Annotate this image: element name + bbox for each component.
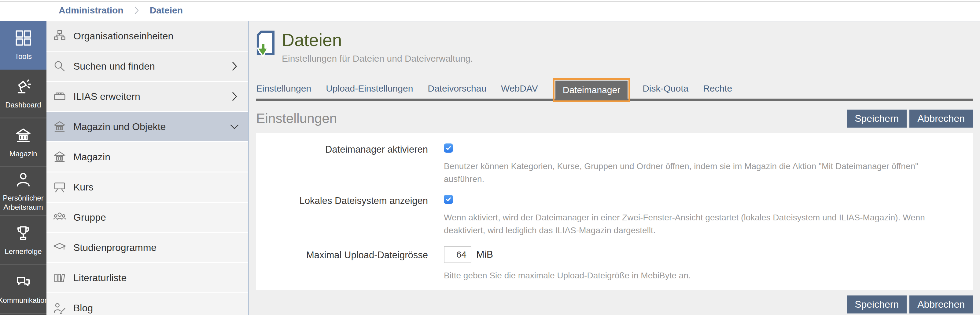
- sidebar-item-literaturliste[interactable]: Literaturliste: [46, 263, 248, 293]
- chevron-down-icon: [229, 122, 240, 132]
- field-label: Dateimanager aktivieren: [256, 144, 428, 185]
- dashboard-lamp-icon: [14, 78, 32, 95]
- tab-einstellungen[interactable]: Einstellungen: [256, 83, 311, 98]
- presentation-board-icon: [52, 180, 67, 194]
- sidebar-item-label: Suchen und finden: [73, 61, 155, 72]
- field-label: Lokales Dateisystem anzeigen: [256, 195, 428, 237]
- trophy-icon: [14, 224, 32, 242]
- group-icon: [52, 210, 67, 224]
- field-label: Maximal Upload-Dateigrösse: [256, 246, 428, 282]
- section-header-row: Einstellungen Speichern Abbrechen: [256, 109, 973, 128]
- form-row-max-upload-groesse: Maximal Upload-Dateigrösse MiB Bitte geb…: [256, 246, 973, 282]
- sidebar-item-gruppe[interactable]: Gruppe: [46, 203, 248, 232]
- sidebar-item-label: Kurs: [73, 182, 94, 193]
- rail-item-label: Dashboard: [4, 100, 42, 109]
- sidebar-item-blog[interactable]: Blog: [46, 293, 248, 315]
- tab-rechte[interactable]: Rechte: [703, 83, 732, 98]
- admin-sidebar: Organisationseinheiten Suchen und finden…: [46, 21, 248, 315]
- bank-icon: [52, 120, 67, 134]
- field-control: MiB Bitte geben Sie die maximale Upload-…: [444, 246, 973, 282]
- rail-item-label: Persönlicher Arbeitsraum: [0, 193, 46, 212]
- file-object-icon: [256, 30, 275, 58]
- rail-item-label: Tools: [13, 52, 33, 61]
- rail-item-magazin[interactable]: Magazin: [0, 119, 46, 167]
- page-title: Dateien: [282, 30, 473, 50]
- save-button[interactable]: Speichern: [847, 296, 907, 313]
- tab-dateimanager-active[interactable]: Dateimanager: [555, 81, 628, 100]
- checkmark-icon: [445, 196, 452, 203]
- rail-item-label: Lernerfolge: [3, 247, 43, 256]
- section-title: Einstellungen: [256, 111, 337, 126]
- cancel-button[interactable]: Abbrechen: [909, 109, 973, 128]
- field-help-text: Wenn aktiviert, wird der Dateimanager in…: [444, 211, 942, 237]
- graduation-cap-icon: [52, 241, 67, 255]
- settings-form-panel: Dateimanager aktivieren Benutzer können …: [256, 133, 973, 290]
- sidebar-item-label: Literaturliste: [73, 272, 127, 283]
- sidebar-item-label: Blog: [73, 302, 93, 314]
- sidebar-item-kurs[interactable]: Kurs: [46, 173, 248, 202]
- rail-item-label: Magazin: [8, 149, 38, 158]
- dateimanager-aktivieren-checkbox[interactable]: [444, 144, 453, 153]
- form-row-lokales-dateisystem: Lokales Dateisystem anzeigen Wenn aktivi…: [256, 195, 973, 237]
- bank-icon: [52, 150, 67, 164]
- sidebar-item-organisationseinheiten[interactable]: Organisationseinheiten: [46, 21, 248, 51]
- max-upload-size-input[interactable]: [444, 246, 471, 263]
- blog-author-icon: [52, 301, 67, 315]
- sidebar-item-label: Studienprogramme: [73, 242, 156, 253]
- save-button[interactable]: Speichern: [847, 109, 907, 128]
- bank-icon: [14, 127, 32, 144]
- cancel-button[interactable]: Abbrechen: [909, 296, 973, 313]
- brick-icon: [52, 89, 67, 103]
- tab-dateivorschau[interactable]: Dateivorschau: [428, 83, 486, 98]
- top-form-actions: Speichern Abbrechen: [847, 109, 973, 128]
- checkmark-icon: [445, 145, 452, 151]
- books-icon: [52, 271, 67, 285]
- sidebar-item-label: Organisationseinheiten: [73, 30, 173, 42]
- field-help-text: Benutzer können Kategorien, Kurse, Grupp…: [444, 160, 942, 185]
- breadcrumb: Administration Dateien: [0, 5, 183, 16]
- org-chart-icon: [52, 29, 67, 43]
- chat-bubbles-icon: [14, 273, 32, 291]
- breadcrumb-chevron-icon: [133, 6, 141, 15]
- breadcrumb-dateien[interactable]: Dateien: [150, 5, 183, 16]
- sidebar-item-studienprogramme[interactable]: Studienprogramme: [46, 233, 248, 262]
- sidebar-item-magazin[interactable]: Magazin: [46, 142, 248, 171]
- main-rail: Tools Dashboard Magazin Persönlicher Arb…: [0, 21, 46, 315]
- sidebar-item-label: Magazin: [73, 151, 110, 163]
- tab-upload-einstellungen[interactable]: Upload-Einstellungen: [326, 83, 413, 98]
- sidebar-item-ilias-erweitern[interactable]: ILIAS erweitern: [46, 82, 248, 111]
- breadcrumb-administration[interactable]: Administration: [59, 5, 124, 16]
- tab-webdav[interactable]: WebDAV: [501, 83, 538, 98]
- lokales-dateisystem-checkbox[interactable]: [444, 195, 453, 204]
- tools-grid-icon: [14, 29, 32, 47]
- sidebar-item-label: Gruppe: [73, 212, 106, 223]
- field-control: Benutzer können Kategorien, Kurse, Grupp…: [444, 144, 973, 185]
- sidebar-item-label: Magazin und Objekte: [73, 121, 165, 133]
- chevron-right-icon: [229, 61, 240, 71]
- rail-item-kommunikation[interactable]: Kommunikation: [0, 265, 46, 314]
- app-layout: Tools Dashboard Magazin Persönlicher Arb…: [0, 21, 980, 315]
- sidebar-item-magazin-und-objekte[interactable]: Magazin und Objekte: [46, 112, 248, 141]
- top-divider: [0, 1, 980, 2]
- page-subtitle: Einstellungen für Dateien und Dateiverwa…: [282, 54, 473, 64]
- annotation-highlight-box: Dateimanager: [553, 78, 630, 102]
- rail-item-label: Kommunikation: [0, 296, 50, 305]
- size-input-group: MiB: [444, 246, 973, 263]
- rail-item-tools[interactable]: Tools: [0, 21, 46, 70]
- tab-bar: Einstellungen Upload-Einstellungen Datei…: [256, 78, 973, 101]
- tab-disk-quota[interactable]: Disk-Quota: [643, 83, 688, 98]
- main-content: Dateien Einstellungen für Dateien und Da…: [248, 21, 980, 315]
- top-bar: Administration Dateien: [0, 0, 980, 21]
- sidebar-item-suchen-und-finden[interactable]: Suchen und finden: [46, 52, 248, 81]
- field-control: Wenn aktiviert, wird der Dateimanager in…: [444, 195, 973, 237]
- size-unit-label: MiB: [476, 249, 493, 260]
- person-icon: [14, 171, 32, 188]
- form-row-dateimanager-aktivieren: Dateimanager aktivieren Benutzer können …: [256, 144, 973, 185]
- search-icon: [52, 59, 67, 73]
- sidebar-item-label: ILIAS erweitern: [73, 91, 140, 102]
- rail-item-persoenlicher-arbeitsraum[interactable]: Persönlicher Arbeitsraum: [0, 167, 46, 216]
- rail-item-lernerfolge[interactable]: Lernerfolge: [0, 216, 46, 265]
- object-header-text: Dateien Einstellungen für Dateien und Da…: [282, 30, 473, 64]
- bottom-form-actions: Speichern Abbrechen: [256, 296, 973, 313]
- rail-item-dashboard[interactable]: Dashboard: [0, 70, 46, 119]
